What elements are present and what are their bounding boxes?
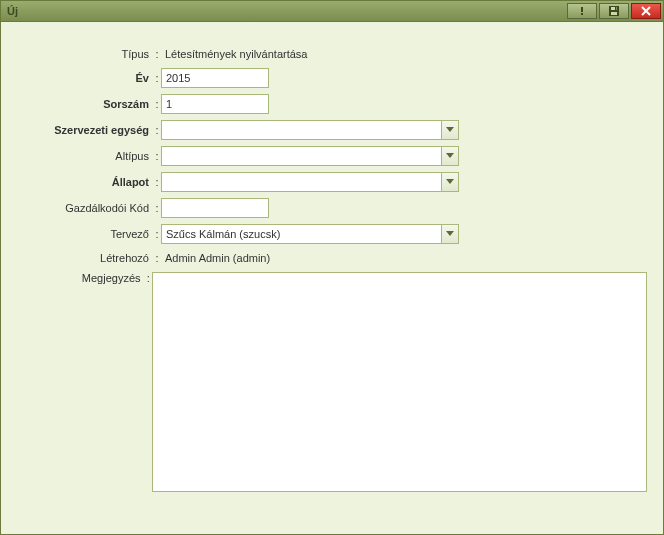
save-button[interactable] [599, 3, 629, 19]
chevron-down-icon [446, 127, 454, 133]
combo-trigger-szervezeti-egyseg[interactable] [441, 120, 459, 140]
svg-rect-5 [615, 7, 617, 10]
combo-trigger-altipus[interactable] [441, 146, 459, 166]
label-ev: Év [17, 72, 153, 84]
combo-altipus[interactable] [161, 146, 459, 166]
row-megjegyzes: Megjegyzés : [17, 272, 647, 492]
svg-rect-1 [581, 13, 583, 15]
floppy-icon [608, 5, 620, 17]
row-sorszam: Sorszám : [17, 94, 647, 114]
combo-input-allapot[interactable] [161, 172, 441, 192]
close-icon [641, 6, 651, 16]
svg-rect-4 [611, 12, 617, 15]
row-allapot: Állapot : [17, 172, 647, 192]
dialog-window: Új [0, 0, 664, 535]
titlebar-buttons [567, 3, 661, 19]
combo-input-szervezeti-egyseg[interactable] [161, 120, 441, 140]
combo-input-altipus[interactable] [161, 146, 441, 166]
input-gazdalkodoi-kod[interactable] [161, 198, 269, 218]
form-body: Típus : Létesítmények nyilvántartása Év … [1, 22, 663, 534]
row-ev: Év : [17, 68, 647, 88]
textarea-megjegyzes[interactable] [152, 272, 647, 492]
row-tervezo: Tervező : [17, 224, 647, 244]
combo-input-tervezo[interactable] [161, 224, 441, 244]
value-letrehozo: Admin Admin (admin) [161, 250, 647, 266]
input-ev[interactable] [161, 68, 269, 88]
label-allapot: Állapot [17, 176, 153, 188]
combo-tervezo[interactable] [161, 224, 459, 244]
alert-button[interactable] [567, 3, 597, 19]
chevron-down-icon [446, 179, 454, 185]
label-tipus: Típus [17, 48, 153, 60]
close-button[interactable] [631, 3, 661, 19]
row-szervezeti-egyseg: Szervezeti egység : [17, 120, 647, 140]
label-altipus: Altípus [17, 150, 153, 162]
row-tipus: Típus : Létesítmények nyilvántartása [17, 46, 647, 62]
chevron-down-icon [446, 231, 454, 237]
label-letrehozo: Létrehozó [17, 252, 153, 264]
label-szervezeti-egyseg: Szervezeti egység [17, 124, 153, 136]
combo-trigger-tervezo[interactable] [441, 224, 459, 244]
combo-allapot[interactable] [161, 172, 459, 192]
label-megjegyzes: Megjegyzés [17, 272, 145, 284]
chevron-down-icon [446, 153, 454, 159]
combo-szervezeti-egyseg[interactable] [161, 120, 459, 140]
label-gazdalkodoi-kod: Gazdálkodói Kód [17, 202, 153, 214]
svg-rect-0 [581, 7, 583, 12]
window-title: Új [7, 5, 567, 17]
row-altipus: Altípus : [17, 146, 647, 166]
label-tervezo: Tervező [17, 228, 153, 240]
value-tipus: Létesítmények nyilvántartása [161, 46, 647, 62]
combo-trigger-allapot[interactable] [441, 172, 459, 192]
row-gazdalkodoi-kod: Gazdálkodói Kód : [17, 198, 647, 218]
titlebar: Új [1, 1, 663, 22]
row-letrehozo: Létrehozó : Admin Admin (admin) [17, 250, 647, 266]
exclamation-icon [577, 6, 587, 16]
input-sorszam[interactable] [161, 94, 269, 114]
label-sorszam: Sorszám [17, 98, 153, 110]
